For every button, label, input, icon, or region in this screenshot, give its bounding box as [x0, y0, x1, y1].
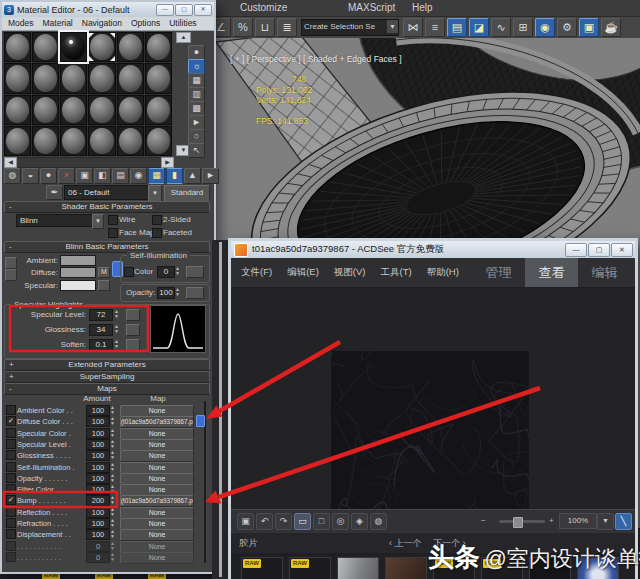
face-map-checkbox[interactable]	[108, 228, 118, 238]
fit-image-icon[interactable]: ▭	[294, 513, 311, 530]
close-button[interactable]: ✕	[194, 4, 212, 16]
material-editor-titlebar[interactable]: 3 Material Editor - 06 - Default — ▢ ✕	[2, 2, 214, 17]
go-forward-sibling-icon[interactable]: ►	[202, 168, 219, 184]
zoom-level-box[interactable]: 100%	[559, 513, 597, 529]
map-slot-button[interactable]: None	[120, 439, 194, 451]
map-amount-field[interactable]: 100	[86, 473, 110, 484]
show-end-result-icon[interactable]: ▮	[166, 168, 183, 184]
minimize-button[interactable]: —	[156, 4, 174, 16]
filmstrip-thumbnail-raw[interactable]: RAW	[289, 557, 331, 579]
zoom-dropdown-icon[interactable]: ▼	[597, 513, 614, 530]
sample-slot[interactable]	[32, 63, 59, 93]
sample-slot[interactable]	[88, 63, 115, 93]
map-amount-spinner[interactable]: ▲▼	[109, 529, 116, 539]
map-slot-button[interactable]: None	[120, 450, 194, 462]
max-menu-maxscript[interactable]: MAXScript	[348, 2, 395, 13]
spinner-snap-icon[interactable]: ⊔	[255, 18, 275, 37]
rollout-supersampling[interactable]: + SuperSampling	[4, 371, 210, 383]
self-illum-map-button[interactable]	[186, 266, 204, 278]
rollout-extended-parameters[interactable]: + Extended Parameters	[4, 359, 210, 371]
export-icon[interactable]: ▣	[237, 513, 254, 530]
minimize-button[interactable]: —	[565, 243, 587, 257]
make-unique-icon[interactable]: ◧	[94, 168, 111, 184]
self-illum-spinner[interactable]: ▲▼	[174, 266, 181, 276]
rendered-frame-icon[interactable]: ▣	[579, 18, 599, 37]
reset-map-icon[interactable]: ×	[58, 168, 75, 184]
sample-uv-tiling-icon[interactable]: ▥	[188, 87, 205, 102]
schematic-view-icon[interactable]: ⊞	[513, 18, 533, 37]
map-amount-field[interactable]: 100	[86, 439, 110, 450]
map-amount-field[interactable]: 0	[86, 552, 110, 563]
acdsee-tab-manage[interactable]: 管理	[472, 258, 525, 287]
material-type-button[interactable]: Standard	[164, 185, 210, 202]
scroll-up-icon[interactable]: ▲	[176, 32, 191, 43]
scroll-right-icon[interactable]: ▶	[161, 157, 174, 168]
map-enable-checkbox[interactable]	[6, 541, 16, 551]
map-enable-checkbox[interactable]	[6, 473, 16, 483]
map-enable-checkbox[interactable]	[6, 518, 16, 528]
selection-set-combo[interactable]: Create Selection Se ▼	[301, 19, 399, 36]
map-amount-spinner[interactable]: ▲▼	[109, 405, 116, 415]
material-editor-icon[interactable]: ◉	[535, 18, 555, 37]
acdsee-titlebar[interactable]: t01ac9a50d7a9379867 - ACDSee 官方免费版 — ▢ ✕	[231, 241, 635, 258]
map-slot-button[interactable]: None	[120, 484, 194, 496]
spec-row-map-button[interactable]	[126, 324, 140, 336]
named-selection-sets-icon[interactable]: ≣	[277, 18, 297, 37]
map-amount-field[interactable]: 0	[86, 541, 110, 552]
map-amount-spinner[interactable]: ▲▼	[109, 416, 116, 426]
spec-row-spinner[interactable]: ▲▼	[113, 324, 120, 334]
map-slot-button[interactable]: None	[120, 507, 194, 519]
shader-type-combo[interactable]: Blinn	[16, 214, 97, 227]
align-icon[interactable]: ≡	[425, 18, 445, 37]
render-setup-icon[interactable]: ⚙	[557, 18, 577, 37]
sample-slot[interactable]	[117, 32, 144, 62]
map-amount-spinner[interactable]: ▲▼	[109, 428, 116, 438]
acdsee-menu-file[interactable]: 文件(F)	[241, 266, 272, 279]
map-slot-button[interactable]: None	[120, 473, 194, 485]
sample-slot[interactable]	[4, 126, 31, 156]
get-material-icon[interactable]: ◍	[4, 168, 21, 184]
map-amount-field[interactable]: 200	[86, 495, 110, 506]
put-to-library-icon[interactable]: ▤	[112, 168, 129, 184]
sample-slot[interactable]	[32, 126, 59, 156]
go-to-parent-icon[interactable]: ▲	[184, 168, 201, 184]
acdsee-menu-tools[interactable]: 工具(T)	[380, 266, 411, 279]
zoom-slider[interactable]	[499, 520, 545, 523]
map-amount-field[interactable]: 100	[86, 529, 110, 540]
options-icon[interactable]: ○	[188, 129, 205, 144]
sample-slot[interactable]	[32, 95, 59, 125]
map-amount-spinner[interactable]: ▲▼	[109, 462, 116, 472]
previous-button[interactable]: ‹ 上一个	[389, 537, 422, 550]
map-amount-field[interactable]: 100	[86, 507, 110, 518]
wire-checkbox[interactable]	[108, 215, 118, 225]
mirror-icon[interactable]: ⋈	[403, 18, 423, 37]
map-amount-spinner[interactable]: ▲▼	[109, 552, 116, 562]
material-id-icon[interactable]: ◉	[130, 168, 147, 184]
me-menu-navigation[interactable]: Navigation	[82, 17, 122, 30]
map-amount-spinner[interactable]: ▲▼	[109, 484, 116, 494]
diffuse-color-swatch[interactable]	[60, 267, 96, 278]
map-enable-checkbox[interactable]	[6, 507, 16, 517]
filmstrip-thumbnail-leather[interactable]	[385, 557, 427, 579]
make-preview-icon[interactable]: ►	[188, 115, 205, 130]
background-icon[interactable]: ▦	[188, 73, 205, 88]
map-amount-spinner[interactable]: ▲▼	[109, 450, 116, 460]
rotate-left-icon[interactable]: ↶	[256, 513, 273, 530]
sample-slot[interactable]	[32, 32, 59, 62]
select-by-material-icon[interactable]: ↖	[188, 143, 205, 158]
map-enable-checkbox[interactable]	[6, 529, 16, 539]
acdsee-image-area[interactable]	[231, 288, 635, 509]
map-amount-spinner[interactable]: ▲▼	[109, 495, 116, 505]
map-slot-button[interactable]: None	[120, 518, 194, 530]
me-menu-modes[interactable]: Modes	[8, 17, 34, 30]
map-slot-button[interactable]: None	[120, 405, 194, 417]
spec-row-map-button[interactable]	[126, 339, 140, 351]
map-amount-field[interactable]: 100	[86, 518, 110, 529]
map-slot-button[interactable]: None	[120, 552, 194, 564]
map-enable-checkbox[interactable]: ✓	[6, 495, 16, 505]
max-menu-customize[interactable]: Customize	[240, 2, 287, 13]
map-enable-checkbox[interactable]	[6, 405, 16, 415]
map-slot-button[interactable]: None	[120, 462, 194, 474]
map-enable-checkbox[interactable]	[6, 462, 16, 472]
diffuse-map-button[interactable]: M	[98, 267, 110, 278]
